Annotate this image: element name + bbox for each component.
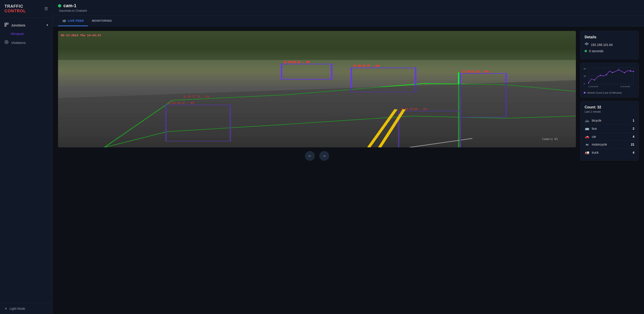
violations-icon xyxy=(4,40,8,45)
svg-rect-25 xyxy=(588,43,588,44)
violations-label: Violations xyxy=(11,41,48,44)
svg-text:60: 60 xyxy=(584,68,586,70)
logo-control: CONTROL xyxy=(4,9,26,13)
video-navigation: ← → xyxy=(58,151,576,161)
vehicle-icon: 🚛 xyxy=(584,150,590,155)
detail-ip-row: 192.168.101.64 xyxy=(584,42,634,47)
cam-subtitle: Gaushala to Chabahil xyxy=(58,9,638,12)
vehicle-row: 🚲 bicycle 1 xyxy=(584,116,634,124)
svg-marker-19 xyxy=(58,80,576,147)
vehicle-row: 🏍 motorcycle 21 xyxy=(584,141,634,148)
sidebar-header: TRAFFIC CONTROL ☰ xyxy=(0,0,52,18)
video-section: 1983.0 1927.0 1423.0 1973.0 1942.0 xyxy=(58,31,576,310)
cam-title: cam-1 xyxy=(58,3,638,8)
junctions-submenu: Mitrapark xyxy=(0,30,52,37)
svg-text:1423.0: 1423.0 xyxy=(462,70,489,73)
svg-rect-0 xyxy=(5,23,6,24)
vehicle-row: 🚛 truck 4 xyxy=(584,148,634,156)
logo-traffic: TRAFFIC xyxy=(4,4,23,8)
vehicle-count: 4 xyxy=(632,151,634,154)
vehicle-icon: 🏍 xyxy=(584,142,590,146)
cam-status-dot xyxy=(58,4,61,7)
vehicle-count: 4 xyxy=(632,135,634,138)
network-icon xyxy=(584,42,589,47)
svg-rect-33 xyxy=(588,68,634,84)
vehicle-icon: 🚗 xyxy=(584,134,590,139)
legend-dot xyxy=(584,92,586,94)
svg-text:11:29:28 AM: 11:29:28 AM xyxy=(588,85,598,88)
light-mode-icon: ☀ xyxy=(4,307,8,311)
details-title: Details xyxy=(584,35,634,39)
svg-rect-1 xyxy=(7,23,8,24)
uptime-value: 0 seconds xyxy=(589,49,604,53)
light-mode-label: Light Mode xyxy=(10,307,25,311)
tab-live-label: LIVE FEED xyxy=(68,19,84,22)
cam-name: cam-1 xyxy=(64,3,76,8)
vehicle-icon: 🚌 xyxy=(584,126,590,131)
vehicle-name: truck xyxy=(592,151,630,154)
main-content: cam-1 Gaushala to Chabahil 📹 LIVE FEED M… xyxy=(53,0,644,314)
svg-text:11:43:48 AM: 11:43:48 AM xyxy=(620,85,630,88)
content-area: 1983.0 1927.0 1423.0 1973.0 1942.0 xyxy=(53,26,644,314)
svg-point-41 xyxy=(624,72,625,73)
svg-point-35 xyxy=(588,83,589,84)
svg-text:30: 30 xyxy=(584,75,586,77)
vehicle-count: 21 xyxy=(631,143,634,146)
video-wrapper: 1983.0 1927.0 1423.0 1973.0 1942.0 xyxy=(58,31,576,147)
svg-rect-24 xyxy=(586,44,587,45)
light-mode-toggle[interactable]: ☀ Light Mode xyxy=(0,303,52,314)
tab-monitoring-label: MONITORING xyxy=(92,19,112,22)
vehicle-name: bus xyxy=(592,127,630,130)
vehicle-icon: 🚲 xyxy=(584,118,590,122)
svg-point-40 xyxy=(618,69,619,70)
svg-point-37 xyxy=(600,75,601,76)
tab-monitoring[interactable]: MONITORING xyxy=(88,16,116,26)
sidebar-item-mitrapark[interactable]: Mitrapark xyxy=(11,30,52,37)
prev-camera-button[interactable]: ← xyxy=(305,151,315,161)
sidebar-item-junctions[interactable]: Junctions ▾ xyxy=(0,20,52,30)
hamburger-icon[interactable]: ☰ xyxy=(44,6,48,11)
detail-uptime-row: 0 seconds xyxy=(584,49,634,53)
vehicle-list: 🚲 bicycle 1 🚌 bus 2 🚗 car 4 🏍 motorcycle… xyxy=(584,116,634,156)
svg-text:0: 0 xyxy=(584,83,585,85)
count-card: Count: 32 Last 1 minute 🚲 bicycle 1 🚌 bu… xyxy=(580,101,638,161)
details-card: Details 192.168.101.64 0 seconds xyxy=(580,31,638,59)
next-camera-button[interactable]: → xyxy=(319,151,329,161)
video-timestamp: 06-13-2024 Thu 14:44:53 xyxy=(61,33,101,37)
svg-point-38 xyxy=(606,74,607,75)
top-bar: cam-1 Gaushala to Chabahil xyxy=(53,0,644,16)
chart-legend: Vehicle Count (Last 10 Minutes) xyxy=(584,91,635,94)
sidebar-item-violations[interactable]: Violations xyxy=(0,37,52,48)
detection-overlay: 1983.0 1927.0 1423.0 1973.0 1942.0 xyxy=(58,31,576,147)
live-feed-icon: 📹 xyxy=(62,19,66,22)
tab-bar: 📹 LIVE FEED MONITORING xyxy=(53,16,644,26)
svg-rect-23 xyxy=(586,43,587,43)
svg-point-43 xyxy=(633,71,634,72)
svg-point-42 xyxy=(630,70,631,71)
junctions-label: Junctions xyxy=(11,23,44,27)
camera-watermark: Camera 01 xyxy=(542,137,558,141)
svg-rect-7 xyxy=(282,64,332,79)
vehicle-count: 2 xyxy=(632,127,634,130)
vehicle-row: 🚗 car 4 xyxy=(584,133,634,141)
svg-point-3 xyxy=(5,40,8,44)
app-logo: TRAFFIC CONTROL xyxy=(4,4,44,13)
junctions-icon xyxy=(4,23,8,27)
chart-card: 60 30 0 xyxy=(580,63,638,97)
video-feed: 1983.0 1927.0 1423.0 1973.0 1942.0 xyxy=(58,31,576,147)
ip-address: 192.168.101.64 xyxy=(591,43,613,46)
uptime-status-dot xyxy=(584,50,587,52)
tab-live-feed[interactable]: 📹 LIVE FEED xyxy=(58,16,88,26)
vehicle-name: bicycle xyxy=(592,119,630,122)
svg-rect-18 xyxy=(58,31,576,60)
count-subtitle: Last 1 minute xyxy=(584,110,634,113)
junctions-chevron: ▾ xyxy=(46,23,48,27)
vehicle-row: 🚌 bus 2 xyxy=(584,124,634,133)
chart-label: Vehicle Count (Last 10 Minutes) xyxy=(587,91,622,94)
sidebar-nav: Junctions ▾ Mitrapark Violations xyxy=(0,18,52,303)
right-panel: Details 192.168.101.64 0 seconds xyxy=(580,31,638,310)
vehicle-count-chart: 60 30 0 xyxy=(584,66,635,89)
svg-point-4 xyxy=(6,41,7,43)
svg-point-36 xyxy=(594,79,595,81)
vehicle-name: motorcycle xyxy=(592,143,628,146)
